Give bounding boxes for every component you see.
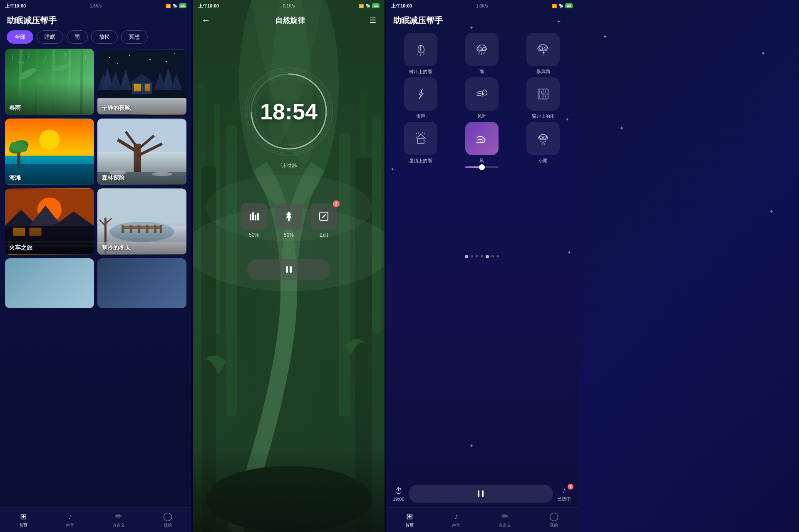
nav-mine-3[interactable]: ◯ 我的: [549, 511, 558, 528]
nature-icon-box: [275, 203, 302, 230]
rain-button[interactable]: [465, 33, 499, 66]
card-train[interactable]: 火车之旅: [5, 188, 94, 255]
card-beach[interactable]: 海滩: [5, 119, 94, 185]
card-cold-winter[interactable]: 寒冷的冬天: [97, 188, 186, 255]
sound-cell-window-rain: 窗户上的雨: [514, 77, 573, 119]
nav-sound-3[interactable]: ♪ 声音: [452, 512, 460, 528]
selected-badge: 1: [568, 484, 573, 490]
sound-cell-roof-rain: 屋顶上的雨: [391, 122, 450, 168]
selected-button[interactable]: ♪ 1 已选中: [557, 485, 571, 502]
home-icon-3: ⊞: [406, 511, 413, 521]
equalizer-button[interactable]: 50%: [241, 203, 267, 238]
star-deco-6: ✦: [469, 443, 474, 449]
sounds-footer: ⏱ 19:00 ♪ 1 已选中: [386, 480, 578, 507]
card-partial-2[interactable]: [97, 258, 186, 308]
player-header: ← 自然旋律 ☰: [193, 12, 385, 32]
roof-rain-label: 屋顶上的雨: [409, 158, 432, 164]
leaf-rain-button[interactable]: [404, 33, 437, 66]
storm-button[interactable]: [526, 33, 560, 66]
nav-home-1[interactable]: ⊞ 首页: [19, 511, 27, 528]
card-label-spring-rain: 春雨: [9, 104, 21, 112]
card-quiet-night[interactable]: 宁静的夜晚: [97, 49, 186, 115]
wind-slider[interactable]: [465, 166, 499, 168]
svg-point-123: [545, 141, 546, 142]
tab-relax[interactable]: 放松: [91, 30, 118, 44]
card-label-winter: 寒冷的冬天: [102, 244, 131, 252]
battery-3: 43: [565, 3, 573, 8]
roof-rain-button[interactable]: [404, 122, 437, 155]
svg-line-99: [420, 54, 421, 56]
sounds-header: 助眠减压帮手: [386, 12, 578, 33]
wifi-icon-2: 📡: [365, 4, 370, 8]
status-time-1: 上午10:00: [5, 3, 26, 9]
sound-cell-thunder: 雷声: [391, 77, 450, 119]
footer-pause-icon: [476, 489, 485, 498]
custom-icon-3: ✏: [501, 511, 509, 521]
edit-button[interactable]: 2 Edit: [310, 203, 337, 238]
tab-all[interactable]: 全部: [7, 30, 33, 44]
nav-mine-label-1: 我的: [164, 522, 172, 528]
status-bar-3: 上午10:00 1.0K/s 📶 📡 43: [386, 0, 578, 12]
wind-leaf-button[interactable]: [465, 77, 499, 111]
home-grid: 春雨: [0, 49, 191, 507]
svg-rect-93: [255, 215, 256, 220]
clock-ring: 18:54: [243, 66, 335, 157]
svg-point-107: [539, 45, 547, 50]
card-partial-1[interactable]: [5, 258, 94, 308]
panel-right-area: ✦ ✦ ✦ ✦: [578, 0, 799, 532]
card-label-forest: 森林探险: [102, 174, 125, 182]
timer-button[interactable]: ⏱ 19:00: [393, 486, 404, 502]
wind-button[interactable]: [465, 122, 499, 155]
nav-custom-label-1: 自定义: [112, 522, 125, 528]
bottom-nav-1: ⊞ 首页 ♪ 声音 ✏ 自定义 ◯ 我的: [0, 507, 191, 532]
tab-meditate[interactable]: 冥想: [121, 30, 148, 44]
dot-7: [496, 255, 499, 257]
dot-2: [471, 255, 473, 257]
nature-button[interactable]: 50%: [275, 203, 302, 238]
status-time-2: 上午10:00: [198, 3, 219, 9]
svg-point-102: [477, 47, 482, 51]
panel-player: 上午10:00 0.1K/s 📶 📡 43 ← 自然旋律 ☰ 18:: [193, 0, 385, 532]
tab-rain[interactable]: 雨: [67, 30, 88, 44]
battery-1: 43: [179, 3, 186, 8]
svg-line-117: [424, 133, 425, 134]
nav-home-3[interactable]: ⊞ 首页: [405, 511, 414, 528]
window-rain-button[interactable]: [526, 77, 560, 111]
dot-4: [481, 255, 483, 257]
card-label-beach: 海滩: [9, 174, 21, 182]
svg-line-106: [484, 52, 484, 54]
card-forest[interactable]: 森林探险: [97, 119, 186, 185]
timer-value: 19:00: [393, 497, 404, 502]
player-title: 自然旋律: [275, 15, 305, 25]
nav-mine-1[interactable]: ◯ 我的: [163, 511, 172, 528]
footer-play-button[interactable]: [409, 485, 553, 503]
nav-custom-3[interactable]: ✏ 自定义: [499, 511, 511, 528]
play-pause-button[interactable]: [247, 259, 330, 280]
status-speed-3: 1.0K/s: [476, 4, 488, 8]
star-deco-2: ✦: [557, 19, 561, 25]
drizzle-button[interactable]: [526, 122, 560, 155]
drizzle-label: 小雨: [538, 158, 548, 164]
menu-button[interactable]: ☰: [370, 16, 376, 25]
sound-cell-rain: 雨: [452, 33, 511, 75]
signal-icon-3: 📶: [552, 4, 557, 8]
pause-icon: [284, 265, 294, 275]
card-label-quiet-night: 宁静的夜晚: [102, 104, 131, 112]
thunder-button[interactable]: [404, 77, 437, 111]
sound-cell-wind: 风: [452, 122, 511, 168]
wifi-icon: 📡: [172, 4, 177, 8]
nav-home-label-3: 首页: [405, 522, 414, 528]
nav-custom-1[interactable]: ✏ 自定义: [112, 511, 125, 528]
edit-badge: 2: [333, 200, 340, 207]
signal-icon-2: 📶: [359, 4, 364, 8]
back-button[interactable]: ←: [201, 15, 211, 26]
dot-1: [465, 255, 468, 258]
card-spring-rain[interactable]: 春雨: [5, 49, 94, 115]
svg-rect-126: [478, 490, 479, 497]
tab-sleep[interactable]: 睡眠: [37, 30, 63, 44]
sound-nav-icon-3: ♪: [454, 512, 458, 521]
clock-time: 18:54: [260, 99, 318, 124]
wind-label: 风: [479, 158, 484, 164]
music-selected-icon: ♪: [562, 485, 566, 495]
nav-sound-1[interactable]: ♪ 声音: [66, 512, 74, 528]
